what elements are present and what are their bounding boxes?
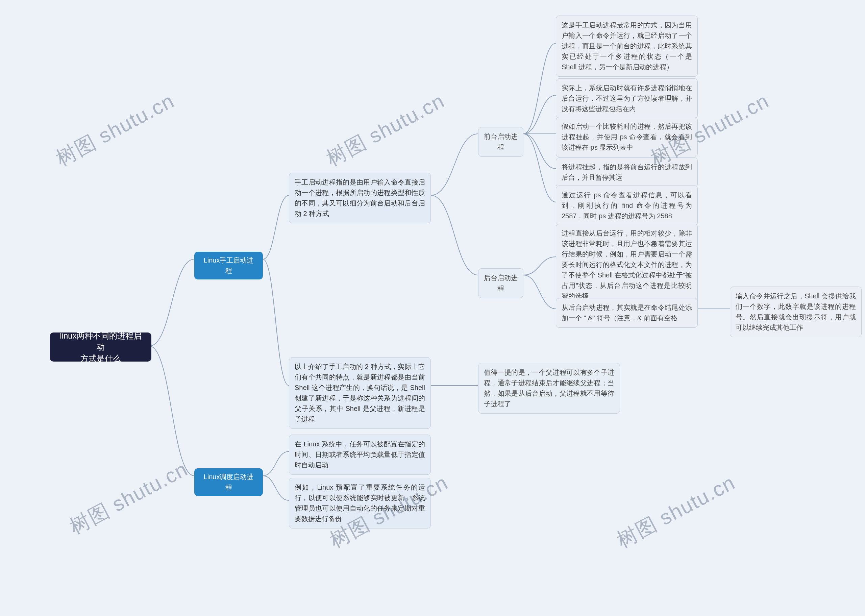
node-text: 输入命令并运行之后，Shell 会提供给我们一个数字，此数字就是该进程的进程号。… bbox=[736, 292, 856, 331]
node-text: 值得一提的是，一个父进程可以有多个子进程，通常子进程结束后才能继续父进程；当然，… bbox=[484, 369, 614, 407]
branch-label: Linux调度启动进程 bbox=[204, 473, 254, 491]
node-text: 将进程挂起，指的是将前台运行的进程放到后台，并且暂停其运 bbox=[562, 163, 692, 181]
branch-label: Linux手工启动进程 bbox=[204, 256, 254, 274]
node-text: 假如启动一个比较耗时的进程，然后再把该进程挂起，并使用 ps 命令查看，就会看到… bbox=[562, 123, 692, 151]
branch-manual-start[interactable]: Linux手工启动进程 bbox=[194, 252, 263, 280]
node-text: 进程直接从后台运行，用的相对较少，除非该进程非常耗时，且用户也不急着需要其运行结… bbox=[562, 229, 692, 300]
node-text: 例如，Linux 预配置了重要系统任务的运行，以便可以使系统能够实时被更新，系统… bbox=[295, 484, 425, 522]
node-text: 通过运行 ps 命令查看进程信息，可以看到，刚刚执行的 find 命令的进程号为… bbox=[562, 191, 692, 220]
node-text: 前台启动进程 bbox=[484, 133, 518, 151]
common-leaf-node[interactable]: 值得一提的是，一个父进程可以有多个子进程，通常子进程结束后才能继续父进程；当然，… bbox=[478, 363, 620, 413]
node-text: 实际上，系统启动时就有许多进程悄悄地在后台运行，不过这里为了方便读者理解，并没有… bbox=[562, 84, 692, 113]
watermark-text: 树图 shutu.cn bbox=[65, 456, 193, 541]
node-text: 后台启动进程 bbox=[484, 274, 518, 292]
schedule-leaf-1[interactable]: 在 Linux 系统中，任务可以被配置在指定的时间、日期或者系统平均负载量低于指… bbox=[289, 435, 431, 475]
node-text: 从后台启动进程，其实就是在命令结尾处添加一个 " &" 符号（注意，& 前面有空… bbox=[562, 304, 692, 322]
foreground-leaf-3[interactable]: 假如启动一个比较耗时的进程，然后再把该进程挂起，并使用 ps 命令查看，就会看到… bbox=[556, 117, 698, 157]
manual-intro-node[interactable]: 手工启动进程指的是由用户输入命令直接启动一个进程，根据所启动的进程类型和性质的不… bbox=[289, 173, 431, 223]
background-title-node[interactable]: 后台启动进程 bbox=[478, 268, 523, 298]
foreground-leaf-2[interactable]: 实际上，系统启动时就有许多进程悄悄地在后台运行，不过这里为了方便读者理解，并没有… bbox=[556, 79, 698, 119]
watermark-text: 树图 shutu.cn bbox=[51, 87, 179, 173]
node-text: 以上介绍了手工启动的 2 种方式，实际上它们有个共同的特点，就是新进程都是由当前… bbox=[295, 363, 425, 423]
schedule-leaf-2[interactable]: 例如，Linux 预配置了重要系统任务的运行，以便可以使系统能够实时被更新，系统… bbox=[289, 478, 431, 528]
foreground-leaf-1[interactable]: 这是手工启动进程最常用的方式，因为当用户输入一个命令并运行，就已经启动了一个进程… bbox=[556, 16, 698, 77]
watermark-text: 树图 shutu.cn bbox=[612, 469, 740, 555]
node-text: 这是手工启动进程最常用的方式，因为当用户输入一个命令并运行，就已经启动了一个进程… bbox=[562, 21, 692, 71]
foreground-leaf-4[interactable]: 将进程挂起，指的是将前台运行的进程放到后台，并且暂停其运 bbox=[556, 157, 698, 187]
foreground-leaf-5[interactable]: 通过运行 ps 命令查看进程信息，可以看到，刚刚执行的 find 命令的进程号为… bbox=[556, 185, 698, 226]
watermark-text: 树图 shutu.cn bbox=[322, 87, 449, 173]
root-title: linux两种不同的进程启动方式是什么 bbox=[57, 330, 144, 364]
node-text: 在 Linux 系统中，任务可以被配置在指定的时间、日期或者系统平均负载量低于指… bbox=[295, 440, 425, 469]
background-leaf-2[interactable]: 从后台启动进程，其实就是在命令结尾处添加一个 " &" 符号（注意，& 前面有空… bbox=[556, 298, 698, 328]
background-subleaf[interactable]: 输入命令并运行之后，Shell 会提供给我们一个数字，此数字就是该进程的进程号。… bbox=[730, 286, 862, 337]
manual-common-node[interactable]: 以上介绍了手工启动的 2 种方式，实际上它们有个共同的特点，就是新进程都是由当前… bbox=[289, 357, 431, 429]
root-node[interactable]: linux两种不同的进程启动方式是什么 bbox=[50, 333, 151, 361]
background-leaf-1[interactable]: 进程直接从后台运行，用的相对较少，除非该进程非常耗时，且用户也不急着需要其运行结… bbox=[556, 224, 698, 306]
branch-schedule-start[interactable]: Linux调度启动进程 bbox=[194, 468, 263, 496]
foreground-title-node[interactable]: 前台启动进程 bbox=[478, 127, 523, 157]
node-text: 手工启动进程指的是由用户输入命令直接启动一个进程，根据所启动的进程类型和性质的不… bbox=[295, 178, 425, 217]
